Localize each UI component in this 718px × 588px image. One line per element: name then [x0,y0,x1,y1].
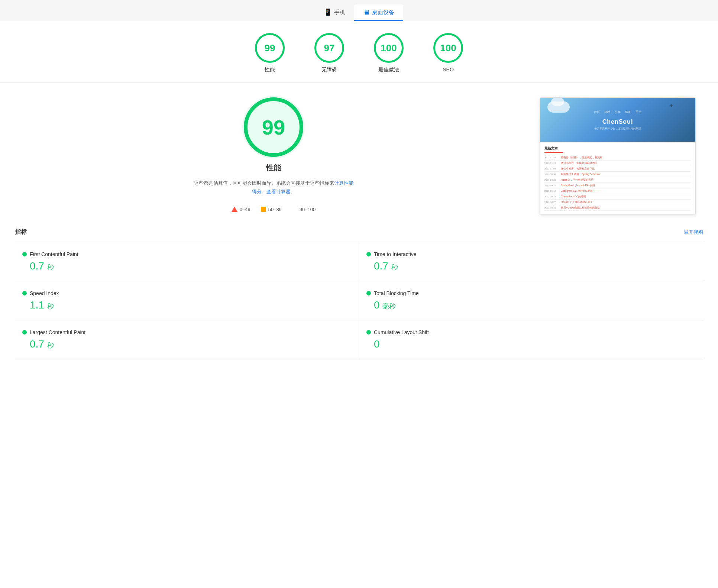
tab-desktop[interactable]: 🖥 桌面设备 [354,4,403,21]
post-title: 周期性任务调度，Spring Schedule [561,172,689,176]
metric-dot-fcp [22,252,27,256]
legend-bad: 0–49 [232,207,250,212]
desktop-icon: 🖥 [363,9,370,16]
preview-header: ✈ 首页 归档 分类 标签 关于 ChenSoul 每天都要开开心心，这就是我对… [540,98,695,142]
preview-posts: 2023-11-27 看电影《封神》，国漫崛起，有没有 2023-11-15 微… [544,155,691,211]
metric-dot-cls [366,330,371,335]
post-date: 2023-11-15 [544,162,559,164]
preview-post-row: 2023-10-21 SpringBoot之MybatisPlus插件 [544,183,691,188]
metric-card-si: Speed Index 1.1 秒 [15,281,359,320]
big-score-title: 性能 [266,163,281,173]
metric-dot-si [22,291,27,295]
score-performance: 99 性能 [255,33,285,73]
metric-name-tti: Time to Interactive [374,251,417,257]
website-preview: ✈ 首页 归档 分类 标签 关于 ChenSoul 每天都要开开心心，这就是我对… [540,97,696,215]
post-title: 微信小程序，实现ToDoList功能 [561,161,689,165]
preview-post-row: 2023-09-15 Clickgram CC 相对百帖帖帖一一一 [544,188,691,194]
metric-name-cls: Cumulative Layout Shift [374,329,429,335]
score-label-performance: 性能 [265,67,275,73]
preview-post-row: 2023-09-13 ChengSoul CC的感谢 [544,194,691,200]
post-date: 2023-10-21 [544,184,559,187]
preview-nav: 首页 归档 分类 标签 关于 [594,110,641,114]
metric-name-row: Total Blocking Time [366,290,696,296]
post-title: Clickgram CC 相对百帖帖帖一一一 [561,189,689,193]
metric-dot-tbt [366,291,371,295]
metrics-title: 指标 [15,228,27,236]
metric-name-lcp: Largest Contentful Paint [30,329,85,335]
metric-card-fcp: First Contentful Paint 0.7 秒 [15,242,359,281]
preview-post-row: 2023-10-25 Redis之，字符串类型的运用 [544,177,691,183]
score-label-best-practices: 最佳做法 [378,67,399,73]
metric-value-fcp: 0.7 秒 [22,260,351,272]
tab-desktop-label: 桌面设备 [372,9,394,16]
metric-unit-si: 秒 [47,303,54,310]
metric-value-lcp: 0.7 秒 [22,338,351,350]
legend-good-range: 90–100 [300,207,316,212]
score-label-seo: SEO [443,67,454,72]
post-title: SpringBoot之MybatisPlus插件 [561,184,689,187]
metrics-section: 指标 展开视图 First Contentful Paint 0.7 秒 Tim… [0,222,718,359]
tab-bar: 📱 手机 🖥 桌面设备 [0,0,718,21]
post-date: 2023-09-13 [544,196,559,198]
metric-name-tbt: Total Blocking Time [374,290,419,296]
score-best-practices: 100 最佳做法 [374,33,404,73]
score-circle-best-practices: 100 [374,33,404,63]
post-date: 2023-08-27 [544,201,559,203]
metric-card-tti: Time to Interactive 0.7 秒 [359,242,703,281]
metric-unit-tti: 秒 [391,264,398,271]
metric-card-cls: Cumulative Layout Shift 0 [359,320,703,359]
score-circle-accessibility: 97 [314,33,344,63]
post-date: 2023-09-15 [544,190,559,192]
preview-post-row: 2023-11-27 看电影《封神》，国漫崛起，有没有 [544,155,691,161]
metric-value-cls: 0 [366,338,696,350]
legend-medium-range: 50–89 [268,207,282,212]
metric-card-tbt: Total Blocking Time 0 毫秒 [359,281,703,320]
preview-post-row: 2023-10-30 周期性任务调度，Spring Schedule [544,172,691,177]
post-date: 2023-10-30 [544,173,559,175]
metric-unit-fcp: 秒 [47,264,54,271]
metric-dot-tti [366,252,371,256]
score-seo: 100 SEO [433,33,463,73]
post-title: 微信小程序，云开发之云存储 [561,167,689,171]
tab-mobile-label: 手机 [334,9,345,16]
metric-name-si: Speed Index [30,290,59,296]
description-link2-label: 。查看计算器。 [262,189,295,194]
calculator-link-text[interactable]: 查看计算器 [266,189,291,194]
right-panel: ✈ 首页 归档 分类 标签 关于 ChenSoul 每天都要开开心心，这就是我对… [540,97,696,215]
legend: 0–49 50–89 90–100 [232,207,316,212]
post-date: 2023-11-27 [544,156,559,159]
metrics-grid: First Contentful Paint 0.7 秒 Time to Int… [15,242,703,359]
preview-post-row: 2023-11-15 微信小程序，实现ToDoList功能 [544,161,691,166]
expand-view-button[interactable]: 展开视图 [684,229,703,236]
description: 这些都是估算值，且可能会因时而异。系统会直接基于这些指标来计算性能得分。查看计算… [192,179,355,196]
triangle-icon [232,207,237,212]
metric-dot-lcp [22,330,27,335]
metric-value-tti: 0.7 秒 [366,260,696,272]
legend-medium: 50–89 [261,207,282,212]
preview-post-row: 2023-11-09 微信小程序，云开发之云存储 [544,166,691,172]
square-icon [261,207,266,212]
metric-unit-tbt: 毫秒 [382,303,396,310]
metric-name-row: Largest Contentful Paint [22,329,351,335]
main-content: 99 性能 这些都是估算值，且可能会因时而异。系统会直接基于这些指标来计算性能得… [0,83,718,222]
preview-site-name: ChenSoul [602,119,633,125]
scores-section: 99 性能 97 无障碍 100 最佳做法 100 SEO [0,21,718,83]
dot-icon [292,207,297,212]
metric-value-si: 1.1 秒 [22,299,351,311]
bird-icon: ✈ [670,104,673,108]
mobile-icon: 📱 [324,8,332,16]
post-title: 使用VUE的感想以及相关知识总结 [561,206,689,210]
post-date: 2023-11-09 [544,168,559,170]
metric-value-tbt: 0 毫秒 [366,299,696,311]
metric-name-fcp: First Contentful Paint [30,251,78,257]
tab-mobile[interactable]: 📱 手机 [315,4,354,21]
metric-name-row: Speed Index [22,290,351,296]
preview-post-row: 2023-08-19 使用VUE的感想以及相关知识总结 [544,205,691,211]
score-label-accessibility: 无障碍 [321,67,337,73]
left-panel: 99 性能 这些都是估算值，且可能会因时而异。系统会直接基于这些指标来计算性能得… [22,97,525,215]
preview-body: 最新文章 2023-11-27 看电影《封神》，国漫崛起，有没有 2023-11… [540,142,695,214]
legend-good: 90–100 [292,207,316,212]
metric-name-row: First Contentful Paint [22,251,351,257]
metric-name-row: Time to Interactive [366,251,696,257]
metric-name-row: Cumulative Layout Shift [366,329,696,335]
